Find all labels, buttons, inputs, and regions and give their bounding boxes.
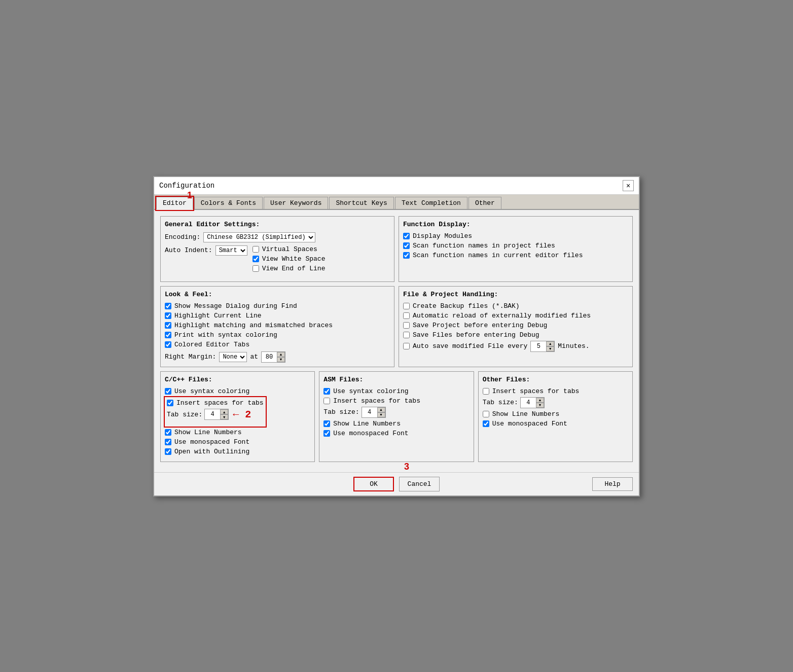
save-project-checkbox[interactable] <box>403 322 410 329</box>
auto-save-row: Auto save modified File every ▲ ▼ Minute… <box>403 341 628 352</box>
auto-save-value-input[interactable] <box>531 342 546 350</box>
highlight-braces-checkbox[interactable] <box>165 322 171 329</box>
other-show-line-numbers-row: Show Line Numbers <box>483 410 628 418</box>
other-tab-size-label: Tab size: <box>483 399 518 406</box>
colored-tabs-checkbox[interactable] <box>165 341 171 348</box>
title-bar: Configuration × <box>154 177 639 195</box>
asm-tab-down-button[interactable]: ▼ <box>377 412 385 417</box>
other-tab-size-group: Tab size: ▲ ▼ <box>483 397 628 408</box>
asm-use-monospaced-label: Use monospaced Font <box>333 430 408 437</box>
tab-other[interactable]: Other <box>468 197 501 209</box>
asm-tab-size-spinner: ▲ ▼ <box>362 407 386 418</box>
other-tab-down-button[interactable]: ▼ <box>536 403 544 408</box>
cpp-use-monospaced-checkbox[interactable] <box>165 439 171 445</box>
print-syntax-label: Print with syntax coloring <box>174 331 277 339</box>
general-editor-panel: General Editor Settings: Encoding: Chine… <box>160 216 394 282</box>
auto-indent-label: Auto Indent: <box>165 246 212 254</box>
at-label: at <box>250 353 258 361</box>
auto-indent-select[interactable]: Smart None Block <box>215 245 247 256</box>
asm-show-line-numbers-row: Show Line Numbers <box>323 420 469 428</box>
close-button[interactable]: × <box>623 180 634 191</box>
create-backup-checkbox[interactable] <box>403 303 410 309</box>
highlight-line-row: Highlight Current Line <box>165 312 390 320</box>
right-margin-down-button[interactable]: ▼ <box>277 357 285 362</box>
cpp-show-line-numbers-label: Show Line Numbers <box>174 429 242 436</box>
function-display-title: Function Display: <box>403 221 628 228</box>
cpp-use-syntax-checkbox[interactable] <box>165 388 171 395</box>
configuration-dialog: Configuration × Editor 1 Colors & Fonts … <box>153 176 640 497</box>
auto-save-up-button[interactable]: ▲ <box>546 341 554 346</box>
view-white-space-checkbox[interactable] <box>253 256 259 262</box>
auto-save-checkbox[interactable] <box>403 343 410 349</box>
asm-tab-size-spinner-buttons: ▲ ▼ <box>377 407 385 417</box>
cpp-show-line-numbers-checkbox[interactable] <box>165 429 171 436</box>
virtual-spaces-checkbox[interactable] <box>253 246 259 253</box>
auto-indent-row: Auto Indent: Smart None Block Virtual Sp… <box>165 245 390 274</box>
file-project-panel: File & Project Handling: Create Backup f… <box>399 286 633 367</box>
save-files-label: Save Files before entering Debug <box>413 331 539 339</box>
ok-button[interactable]: OK <box>353 477 394 491</box>
auto-save-label: Auto save modified File every <box>413 342 527 350</box>
view-white-space-row: View White Space <box>253 255 326 263</box>
tab-editor[interactable]: Editor 1 <box>156 197 193 210</box>
right-margin-value-input[interactable] <box>262 353 277 361</box>
tab-user-keywords[interactable]: User Keywords <box>264 197 328 209</box>
other-insert-spaces-checkbox[interactable] <box>483 388 489 395</box>
right-margin-up-button[interactable]: ▲ <box>277 352 285 357</box>
function-display-panel: Function Display: Display Modules Scan f… <box>399 216 633 282</box>
print-syntax-checkbox[interactable] <box>165 332 171 338</box>
asm-tab-size-input[interactable] <box>362 408 377 416</box>
asm-files-title: ASM Files: <box>323 376 469 383</box>
scan-project-checkbox[interactable] <box>403 242 410 249</box>
tab-shortcut-keys[interactable]: Shortcut Keys <box>329 197 393 209</box>
cpp-tab-size-label: Tab size: <box>167 411 202 418</box>
highlight-braces-label: Highlight matching and mismatched braces <box>174 322 333 329</box>
other-show-line-numbers-checkbox[interactable] <box>483 411 489 417</box>
auto-save-down-button[interactable]: ▼ <box>546 346 554 351</box>
annotation-2: ← 2 <box>233 409 251 420</box>
right-margin-select[interactable]: None 80 120 <box>219 352 247 362</box>
other-tab-size-spinner: ▲ ▼ <box>520 397 545 408</box>
cpp-tab-size-group: Tab size: ▲ ▼ ← 2 <box>167 409 264 420</box>
asm-use-syntax-row: Use syntax coloring <box>323 387 469 395</box>
other-files-panel: Other Files: Insert spaces for tabs Tab … <box>478 371 633 462</box>
look-feel-title: Look & Feel: <box>165 291 390 298</box>
other-files-title: Other Files: <box>483 376 628 383</box>
other-show-line-numbers-label: Show Line Numbers <box>492 410 560 418</box>
tab-colors-fonts[interactable]: Colors & Fonts <box>194 197 263 209</box>
asm-insert-spaces-row: Insert spaces for tabs <box>323 397 469 405</box>
display-modules-row: Display Modules <box>403 232 628 240</box>
display-modules-checkbox[interactable] <box>403 233 410 239</box>
tab-text-completion[interactable]: Text Completion <box>395 197 467 209</box>
cpp-tab-size-input[interactable] <box>205 410 220 418</box>
asm-insert-spaces-checkbox[interactable] <box>323 398 330 404</box>
cpp-open-outlining-checkbox[interactable] <box>165 448 171 455</box>
show-message-label: Show Message Dialog during Find <box>174 302 297 310</box>
other-tab-size-spinner-buttons: ▲ ▼ <box>536 398 544 408</box>
save-files-checkbox[interactable] <box>403 332 410 338</box>
encoding-select[interactable]: Chinese GB2312 (Simplified) UTF-8 ASCII <box>203 232 315 242</box>
cancel-button[interactable]: Cancel <box>399 477 440 491</box>
cpp-insert-spaces-checkbox[interactable] <box>167 400 173 406</box>
scan-current-checkbox[interactable] <box>403 252 410 259</box>
show-message-checkbox[interactable] <box>165 303 171 309</box>
middle-panels-row: Look & Feel: Show Message Dialog during … <box>160 286 633 367</box>
other-tab-up-button[interactable]: ▲ <box>536 398 544 403</box>
auto-reload-checkbox[interactable] <box>403 312 410 319</box>
asm-use-syntax-checkbox[interactable] <box>323 388 330 395</box>
other-use-monospaced-checkbox[interactable] <box>483 420 489 427</box>
bottom-panels-row: C/C++ Files: Use syntax coloring Insert … <box>160 371 633 462</box>
view-end-of-line-checkbox[interactable] <box>253 265 259 272</box>
highlight-line-checkbox[interactable] <box>165 312 171 319</box>
other-tab-size-input[interactable] <box>521 399 536 407</box>
cpp-tab-down-button[interactable]: ▼ <box>220 414 228 419</box>
cpp-open-outlining-row: Open with Outlining <box>165 448 310 455</box>
highlight-line-label: Highlight Current Line <box>174 312 262 320</box>
help-button[interactable]: Help <box>592 477 633 491</box>
scan-current-row: Scan function names in current editor fi… <box>403 252 628 259</box>
asm-use-monospaced-checkbox[interactable] <box>323 430 330 437</box>
virtual-spaces-row: Virtual Spaces <box>253 245 326 253</box>
asm-show-line-numbers-checkbox[interactable] <box>323 420 330 427</box>
cpp-tab-up-button[interactable]: ▲ <box>220 409 228 414</box>
asm-tab-up-button[interactable]: ▲ <box>377 407 385 412</box>
